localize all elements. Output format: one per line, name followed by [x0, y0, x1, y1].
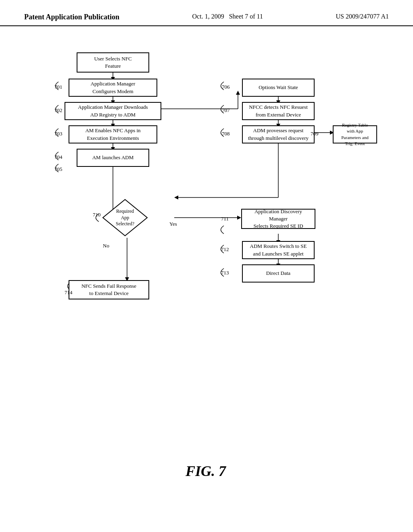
- ref-712: 712: [221, 246, 229, 253]
- node-708: ADM provesses requestthrough multilevel …: [242, 125, 315, 143]
- svg-marker-23: [237, 216, 241, 220]
- ref-707: 707: [222, 107, 230, 114]
- node-707: NFCC detects NFC Resuestfrom External De…: [242, 102, 315, 120]
- patent-number: US 2009/247077 A1: [336, 13, 389, 20]
- ref-702: 702: [54, 107, 63, 114]
- svg-marker-30: [103, 200, 147, 236]
- node-703: AM Enables NFC Apps inExecution Environm…: [69, 125, 157, 143]
- node-710: RequiredAppSelected?: [101, 197, 149, 238]
- publication-title: Patent Application Publication: [24, 13, 119, 21]
- node-714: NFC Sends Fail Responseto External Devic…: [69, 280, 149, 299]
- ref-714: 714: [65, 289, 73, 296]
- ref-701: 701: [54, 84, 63, 90]
- node-702: Application Manager DownloadsAD Registry…: [65, 102, 161, 120]
- figure-caption: FIG. 7: [24, 463, 387, 480]
- node-712: ADM Routes Switch to SEand Launches SE a…: [242, 241, 315, 259]
- node-701: Application ManagerConfigures Modem: [69, 79, 157, 97]
- ref-704: 704: [54, 154, 63, 160]
- flowchart: User Selects NFCFeature Application Mana…: [24, 40, 387, 496]
- ref-713: 713: [221, 270, 229, 276]
- node-709: Registry Table with AppParameters and Tr…: [333, 125, 377, 143]
- node-start: User Selects NFCFeature: [77, 52, 149, 73]
- ref-703: 703: [54, 131, 63, 137]
- ref-710: 710: [93, 212, 101, 218]
- node-711: Application Discovery ManagerSelects Req…: [241, 209, 315, 229]
- publication-date: Oct. 1, 2009 Sheet 7 of 11: [192, 13, 263, 20]
- node-704: AM launches ADM: [77, 149, 149, 167]
- ref-708: 708: [222, 131, 230, 137]
- ref-709: 709: [311, 131, 319, 137]
- node-706: Options Wait State: [242, 79, 315, 97]
- svg-marker-12: [236, 91, 240, 95]
- ref-711: 711: [221, 216, 229, 222]
- no-label: No: [103, 243, 109, 249]
- page-header: Patent Application Publication Oct. 1, 2…: [0, 0, 413, 26]
- ref-705: 705: [54, 166, 63, 172]
- ref-706: 706: [222, 84, 230, 90]
- node-713: Direct Data: [242, 264, 315, 283]
- yes-label: Yes: [169, 221, 177, 227]
- svg-marker-19: [174, 195, 178, 200]
